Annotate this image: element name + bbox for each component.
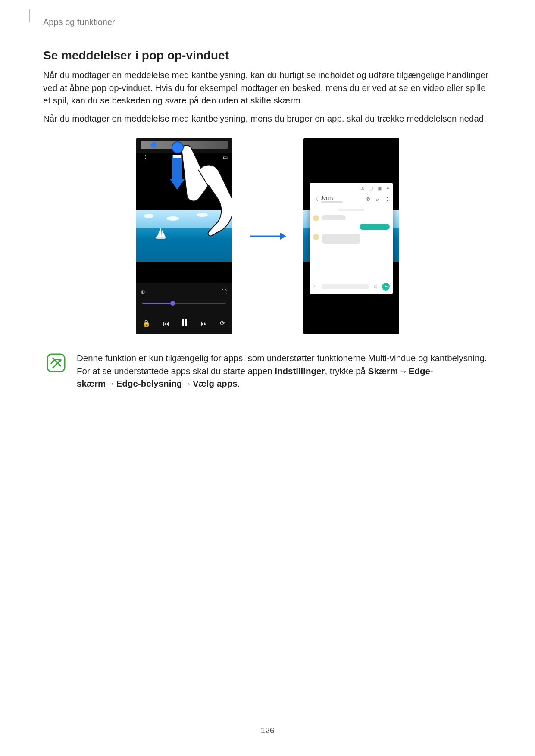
rotate-icon[interactable]: ⟳: [220, 319, 225, 327]
note-period: .: [238, 378, 240, 388]
manual-page: Apps og funktioner Se meddelelser i pop …: [0, 0, 535, 756]
breadcrumb: Apps og funktioner: [43, 17, 492, 27]
collapse-icon[interactable]: ⇲: [360, 185, 364, 191]
note-icon: [47, 353, 66, 372]
search-icon[interactable]: ⌕: [376, 197, 379, 202]
path-arrow-2: →: [106, 378, 116, 388]
message-input[interactable]: [321, 284, 370, 289]
pause-icon[interactable]: [182, 319, 188, 328]
pip-icon[interactable]: ▭: [223, 154, 228, 160]
path-arrow-3: →: [183, 378, 192, 388]
svg-rect-6: [47, 354, 65, 372]
send-icon: ➤: [384, 284, 388, 289]
contact-block[interactable]: Jenny: [321, 195, 343, 203]
send-button[interactable]: ➤: [382, 283, 390, 291]
sailboat-sail-2: [161, 229, 166, 237]
path-step-1: Skærm: [368, 366, 398, 376]
settings-app-name: Indstillinger: [275, 366, 325, 376]
outgoing-message: [310, 223, 393, 232]
message-bubble-out: [360, 224, 390, 230]
note-text: Denne funktion er kun tilgængelig for ap…: [77, 352, 488, 390]
phone-after: ⇲ ▢ ▣ ✕ 〈 Jenny ✆ ⌕ ⋮: [303, 138, 399, 334]
seek-fill: [142, 303, 171, 304]
notification-app-icon: [151, 142, 157, 148]
call-icon[interactable]: ✆: [366, 197, 370, 202]
lock-icon[interactable]: 🔒: [142, 319, 150, 327]
header-accent-line: [29, 9, 30, 22]
svg-marker-1: [170, 179, 185, 190]
incoming-message-1: [310, 213, 393, 223]
intro-paragraph-1: Når du modtager en meddelelse med kantbe…: [43, 69, 492, 107]
contact-name: Jenny: [321, 195, 343, 200]
path-arrow-1: →: [399, 366, 408, 376]
svg-rect-0: [172, 155, 182, 179]
avatar: [313, 215, 319, 221]
prev-track-icon[interactable]: ⏮: [163, 320, 169, 327]
date-divider: [338, 209, 364, 211]
seek-bar[interactable]: [142, 303, 226, 304]
more-icon[interactable]: ⋮: [385, 197, 390, 202]
next-track-icon[interactable]: ⏭: [201, 320, 207, 327]
sailboat-hull: [155, 237, 166, 239]
expand-icon[interactable]: 〉: [313, 283, 318, 290]
video-controls: ⧉ ⛶ 🔒 ⏮ ⏭ ⟳: [136, 283, 232, 334]
conversation-header: 〈 Jenny ✆ ⌕ ⋮: [310, 194, 393, 206]
seek-knob[interactable]: [170, 301, 175, 306]
message-bubble: [322, 234, 360, 244]
fullscreen-icon[interactable]: ⛶: [221, 289, 227, 295]
status-area: [136, 138, 232, 153]
avatar: [313, 234, 319, 240]
phone-before: ⛶ ▭ ⧉ ⛶ 🔒: [136, 138, 232, 334]
path-step-4: Vælg apps: [193, 378, 238, 388]
transition-arrow-icon: [249, 231, 286, 242]
maximize-icon[interactable]: ▣: [377, 185, 382, 191]
popup-window[interactable]: ⇲ ▢ ▣ ✕ 〈 Jenny ✆ ⌕ ⋮: [310, 183, 393, 294]
minimize-icon[interactable]: ▢: [369, 185, 373, 191]
section-title: Se meddelelser i pop op-vinduet: [43, 49, 492, 62]
edge-notification-bar[interactable]: [141, 141, 228, 149]
sailboat-sail: [157, 228, 161, 237]
popup-titlebar: ⇲ ▢ ▣ ✕: [310, 183, 393, 194]
header-actions: ✆ ⌕ ⋮: [366, 197, 390, 202]
crop-icon[interactable]: ⛶: [141, 154, 146, 160]
path-step-3: Edge-belysning: [116, 378, 182, 388]
message-input-bar: 〉 ☺ ➤: [310, 279, 393, 294]
close-icon[interactable]: ✕: [386, 185, 390, 191]
message-bubble: [322, 215, 346, 220]
video-frame: [136, 210, 232, 262]
note-block: Denne funktion er kun tilgængelig for ap…: [43, 352, 492, 390]
intro-paragraph-2: Når du modtager en meddelelse med kantbe…: [43, 112, 492, 125]
contact-sub: [321, 201, 343, 203]
back-icon[interactable]: 〈: [313, 195, 319, 203]
incoming-message-2: [310, 232, 393, 245]
figure-row: ⛶ ▭ ⧉ ⛶ 🔒: [43, 138, 492, 334]
sky: [136, 210, 232, 228]
svg-marker-5: [280, 233, 286, 240]
note-mid: , trykke på: [325, 366, 368, 376]
page-number: 126: [0, 726, 535, 735]
cast-icon[interactable]: ⧉: [141, 289, 145, 296]
emoji-icon[interactable]: ☺: [373, 284, 378, 290]
svg-rect-2: [173, 155, 181, 158]
